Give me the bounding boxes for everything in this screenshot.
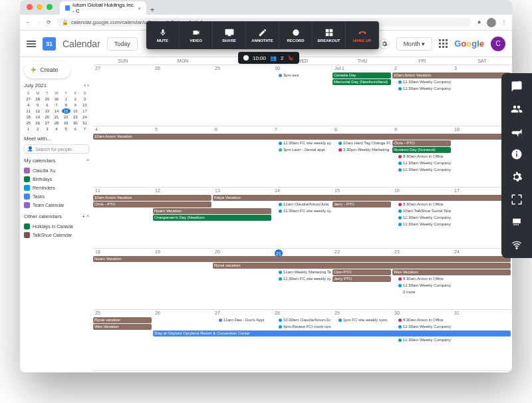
view-selector[interactable]: Month ▾ xyxy=(396,37,433,51)
calendar-event[interactable]: Katya Vacation xyxy=(213,195,511,201)
chevron-up-icon[interactable]: ^ xyxy=(86,158,89,164)
nav-forward-icon[interactable]: → xyxy=(36,19,41,25)
hangup-button[interactable]: HANG UP xyxy=(346,21,379,49)
reload-icon[interactable]: ⟳ xyxy=(47,19,51,25)
calendar-event[interactable]: 8:30am Anton in Office xyxy=(392,317,451,323)
chat-icon[interactable] xyxy=(510,80,523,93)
calendar-event[interactable]: 8:30am Anton in Office xyxy=(392,276,451,282)
calendar-event[interactable]: 11:30am Weekly Company xyxy=(392,337,451,343)
nav-back-icon[interactable]: ← xyxy=(25,19,31,25)
announce-icon[interactable] xyxy=(510,125,523,138)
participants-panel-icon[interactable] xyxy=(510,102,523,116)
close-icon[interactable]: × xyxy=(138,5,141,11)
calendar-item[interactable]: Team Calendar xyxy=(24,201,89,209)
settings-tray-icon[interactable] xyxy=(510,170,523,184)
calendar-event[interactable]: 11:30am Weekly Company xyxy=(392,283,451,289)
calendar-event[interactable]: Orangemen's Day (Newfoun xyxy=(153,215,271,221)
calendar-event[interactable]: 11:30am Weekly Company xyxy=(392,324,451,330)
calendar-item[interactable]: Tasks xyxy=(24,192,89,201)
calendar-event[interactable]: 1pm FC site weekly sync xyxy=(332,317,391,323)
other-calendars-label[interactable]: Other calendars xyxy=(24,213,62,219)
calendar-event[interactable]: 3pm Leon - Dental appt. xyxy=(273,147,331,153)
calendar-event[interactable]: Nunavut Day (Nunavut) xyxy=(392,147,451,153)
calendar-event[interactable]: Cam PTO xyxy=(332,269,391,275)
people-search[interactable]: 👤Search for people xyxy=(24,144,89,154)
calendar-item[interactable]: Birthdays xyxy=(24,175,89,184)
checkbox-icon[interactable] xyxy=(24,202,30,208)
calendar-event[interactable]: 11am Claudia/Anton/Julia xyxy=(273,202,331,207)
account-avatar[interactable]: C xyxy=(491,37,505,51)
window-controls[interactable] xyxy=(27,4,53,10)
calendar-event[interactable]: Canada Day xyxy=(332,72,391,78)
new-tab-button[interactable]: + xyxy=(146,5,158,15)
menu-icon[interactable]: ⋮ xyxy=(501,19,507,25)
info-icon[interactable] xyxy=(510,148,523,161)
checkbox-icon[interactable] xyxy=(24,168,30,174)
avatar-icon[interactable] xyxy=(487,18,496,27)
checkbox-icon[interactable] xyxy=(24,185,30,191)
video-button[interactable]: VIDEO xyxy=(180,21,213,49)
calendar-item[interactable]: TalkShoe Calendar xyxy=(24,231,89,239)
calendar-event[interactable]: 11:30am FC site weekly syn xyxy=(273,276,331,282)
calendar-event[interactable]: Jerry - PTO xyxy=(332,202,391,207)
calendar-grid[interactable]: SunMonTueWedThuFriSat 27282930Jul 1233pm… xyxy=(93,57,512,372)
calendar-event[interactable]: 11:30am Weekly Company xyxy=(392,160,451,166)
calendar-event[interactable]: 8:30am Anton in Office xyxy=(392,154,451,160)
calendar-event[interactable]: 4pm Review FCI mock ups xyxy=(273,324,331,330)
calendar-event[interactable]: Rynei vacation xyxy=(93,317,152,323)
extension-icon[interactable]: ★ xyxy=(477,19,481,25)
calendar-event[interactable]: 10am TalkShoe Social Stra xyxy=(392,208,451,214)
calendar-event[interactable]: Chris - PTO xyxy=(392,140,451,146)
calendar-item[interactable]: Claudia Xu xyxy=(24,166,89,175)
layout-icon[interactable] xyxy=(510,215,523,229)
calendar-event[interactable]: 11am Weekly Marketing Te xyxy=(273,269,331,275)
calendar-event[interactable]: 3:30pm Weekly Marketing xyxy=(332,147,391,153)
mini-calendar[interactable]: SMTWTFS272829301234567891011121314151617… xyxy=(24,90,89,132)
calendar-event[interactable]: 10:30am Claudia/Anton/Ju xyxy=(273,317,331,323)
calendar-event[interactable]: 10am Anton Vacation xyxy=(93,134,511,140)
calendar-event[interactable]: 11am Dee - Doc's Appt xyxy=(213,317,271,323)
annotate-button[interactable]: ANNOTATE xyxy=(246,21,279,49)
settings-icon[interactable] xyxy=(379,39,390,49)
browser-tab[interactable]: Iotum Global Holdings Inc. - C × xyxy=(60,1,146,15)
calendar-event[interactable]: Noam Vacation xyxy=(93,256,511,262)
calendar-event[interactable]: Stay at Gaylord Opryland Resort & Conven… xyxy=(153,331,511,336)
calendar-event[interactable]: 3pm sea xyxy=(273,72,331,78)
calendar-item[interactable]: Reminders xyxy=(24,184,89,192)
calendar-event[interactable]: 11:30am FC site weekly syn xyxy=(273,208,331,214)
calendar-item[interactable]: Holidays in Canada xyxy=(24,222,89,231)
calendar-event[interactable]: Wes Vacation xyxy=(392,269,511,275)
add-calendar-icon[interactable]: + ^ xyxy=(82,213,89,219)
calendar-event[interactable]: 8:30am Anton in Office xyxy=(392,202,451,207)
calendar-event[interactable]: 11:30am Weekly Company xyxy=(392,221,451,227)
checkbox-icon[interactable] xyxy=(24,176,30,182)
my-calendars-label[interactable]: My calendars xyxy=(24,158,56,164)
checkbox-icon[interactable] xyxy=(24,194,30,200)
wifi-icon[interactable] xyxy=(510,238,523,251)
calendar-event[interactable]: Memorial Day (Newfoundland) xyxy=(332,79,391,85)
create-button[interactable]: + Create xyxy=(24,61,70,78)
today-button[interactable]: Today xyxy=(107,37,138,51)
checkbox-icon[interactable] xyxy=(24,232,30,238)
calendar-event[interactable]: Chris - PTO xyxy=(93,202,211,207)
calendar-event[interactable]: 11:30am Weekly Company xyxy=(392,86,451,92)
calendar-event[interactable]: 11:30am Weekly Company xyxy=(392,215,451,221)
calendar-event[interactable]: 10am Anton Vacation xyxy=(392,72,511,78)
calendar-event[interactable]: Jerry PTO xyxy=(332,276,391,282)
calendar-event[interactable]: 10am Anton Vacation xyxy=(93,195,211,201)
calendar-event[interactable]: 2 more xyxy=(392,289,451,295)
mini-nav[interactable]: ‹ › xyxy=(84,82,89,88)
calendar-event[interactable]: 11:30am Weekly Company xyxy=(392,79,451,85)
fullscreen-icon[interactable] xyxy=(510,193,523,206)
calendar-event[interactable]: 11:30am FC site weekly syn xyxy=(273,140,331,146)
mute-button[interactable]: MUTE xyxy=(146,21,180,49)
apps-icon[interactable] xyxy=(439,39,448,48)
calendar-event[interactable]: Noam Vacation xyxy=(153,208,271,214)
calendar-event[interactable]: 10am Hard Tag Change FCI xyxy=(332,140,391,146)
main-menu-icon[interactable] xyxy=(27,41,36,47)
record-button[interactable]: RECORD xyxy=(279,21,313,49)
calendar-event[interactable]: Wes Vacation xyxy=(93,324,152,330)
calendar-event[interactable]: Rynei vacation xyxy=(213,263,511,269)
calendar-event[interactable]: 11:30am Weekly Company xyxy=(392,167,451,173)
breakout-button[interactable]: BREAKOUT xyxy=(313,21,346,49)
